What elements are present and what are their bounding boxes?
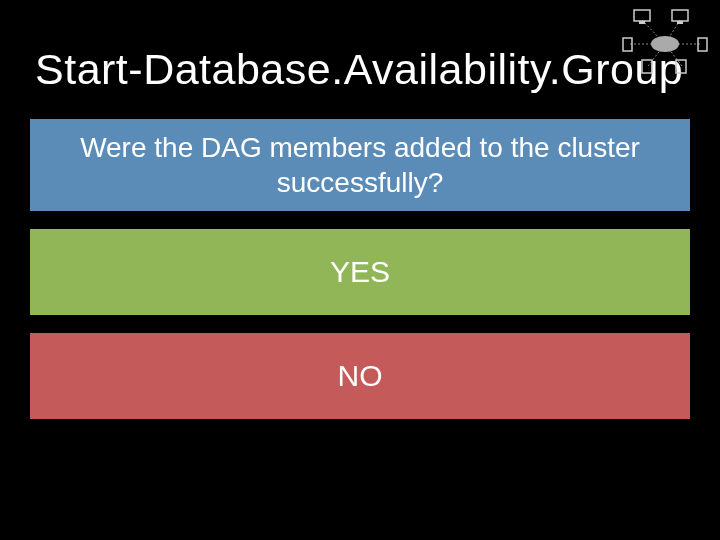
no-button[interactable]: NO (30, 333, 690, 419)
svg-rect-14 (676, 60, 686, 73)
svg-rect-10 (677, 21, 683, 24)
no-label: NO (338, 359, 383, 393)
svg-rect-9 (672, 10, 688, 21)
network-topology-icon (620, 6, 710, 76)
svg-rect-8 (639, 21, 645, 24)
svg-point-6 (651, 36, 679, 52)
page-title: Start-Database.Availability.Group (0, 0, 720, 94)
panel-container: Were the DAG members added to the cluste… (0, 94, 720, 419)
question-text: Were the DAG members added to the cluste… (70, 130, 650, 200)
yes-label: YES (330, 255, 390, 289)
yes-button[interactable]: YES (30, 229, 690, 315)
svg-rect-7 (634, 10, 650, 21)
question-panel: Were the DAG members added to the cluste… (30, 119, 690, 211)
